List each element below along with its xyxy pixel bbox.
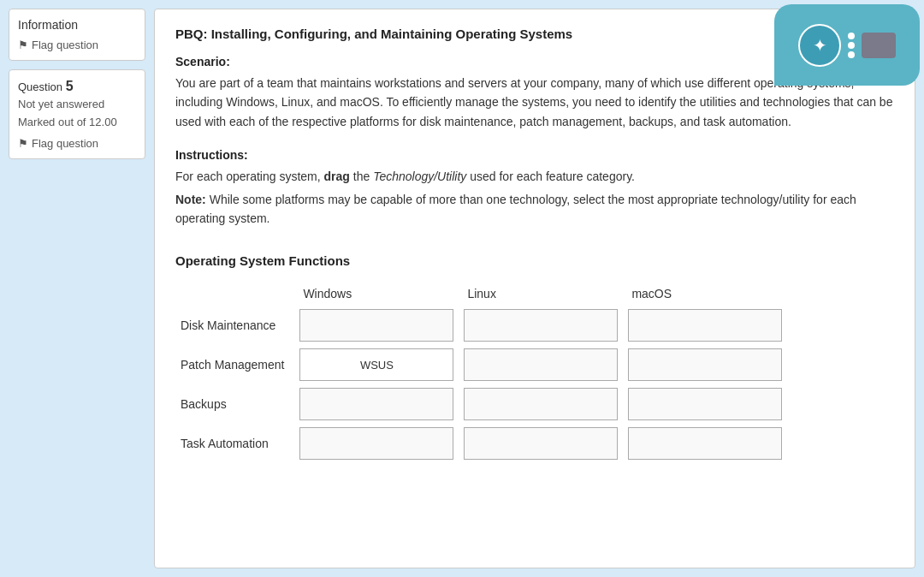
row-label-task: Task Automation [175,424,294,463]
widget-rect [862,33,896,58]
drop-cell-task-macos[interactable] [623,424,787,463]
drop-cell-task-windows[interactable] [294,424,459,463]
table-row: Patch Management WSUS [175,345,787,384]
widget-dot [848,42,855,49]
drop-cell-patch-linux[interactable] [459,345,623,384]
not-answered-status: Not yet answered [18,98,136,110]
note-body: While some platforms may be capable of m… [175,193,856,225]
question-card: Question 5 Not yet answered Marked out o… [9,69,145,159]
table-header-row: Windows Linux macOS [175,282,787,306]
left-sidebar: Information ⚑ Flag question Question 5 N… [9,9,145,568]
instructions-post: used for each feature category. [470,170,635,183]
drop-cell-disk-linux[interactable] [459,306,623,345]
drop-cell-patch-windows[interactable]: WSUS [294,345,459,384]
os-functions-title: Operating System Functions [175,253,894,268]
widget-star-icon: ✦ [813,35,827,56]
main-container: Information ⚑ Flag question Question 5 N… [0,0,924,577]
note-label: Note: [175,193,206,206]
flag-question-label: Flag question [32,39,98,51]
drop-cell-patch-macos[interactable] [623,345,787,384]
flag-icon: ⚑ [18,39,28,51]
drop-cell-disk-macos[interactable] [623,306,787,345]
drag-word: drag [324,170,350,183]
question-flag-label: Flag question [32,137,98,150]
drop-cell-task-linux[interactable] [459,424,623,463]
col-header-linux: Linux [459,282,623,306]
question-flag-link[interactable]: ⚑ Flag question [18,137,136,150]
info-title: Information [18,18,136,32]
question-label: Question 5 [18,79,136,94]
widget-circle: ✦ [798,24,841,67]
drop-cell-backups-macos[interactable] [623,384,787,424]
instructions-label: Instructions: [175,148,894,162]
table-row: Task Automation [175,424,787,463]
os-functions-table: Windows Linux macOS Disk Maintenance Pat… [175,282,787,463]
table-row: Disk Maintenance [175,306,787,345]
widget-bubble: ✦ [774,4,920,86]
widget-dot [848,33,855,39]
col-header-macos: macOS [623,282,787,306]
row-label-backups: Backups [175,384,294,424]
widget-dots [848,33,855,58]
marked-out-text: Marked out of 12.00 [18,116,136,128]
patch-windows-value: WSUS [299,348,453,381]
drop-cell-backups-windows[interactable] [294,384,459,424]
question-number: 5 [66,79,74,93]
col-header-empty [175,282,294,306]
col-header-windows: Windows [294,282,459,306]
flag-question-link[interactable]: ⚑ Flag question [18,39,136,51]
drop-cell-disk-windows[interactable] [294,306,459,345]
technology-utility-text: Technology/Utility [373,170,466,183]
row-label-patch: Patch Management [175,345,294,384]
right-widget: ✦ [770,0,924,94]
instructions-pre: For each operating system, [175,170,321,183]
row-label-disk: Disk Maintenance [175,306,294,345]
info-card: Information ⚑ Flag question [9,9,145,61]
note-text: Note: While some platforms may be capabl… [175,190,894,229]
question-flag-icon: ⚑ [18,137,28,150]
drop-cell-backups-linux[interactable] [459,384,623,424]
instructions-text: For each operating system, drag the Tech… [175,167,894,186]
table-row: Backups [175,384,787,424]
widget-dot [848,51,855,58]
instructions-mid: the [353,170,370,183]
